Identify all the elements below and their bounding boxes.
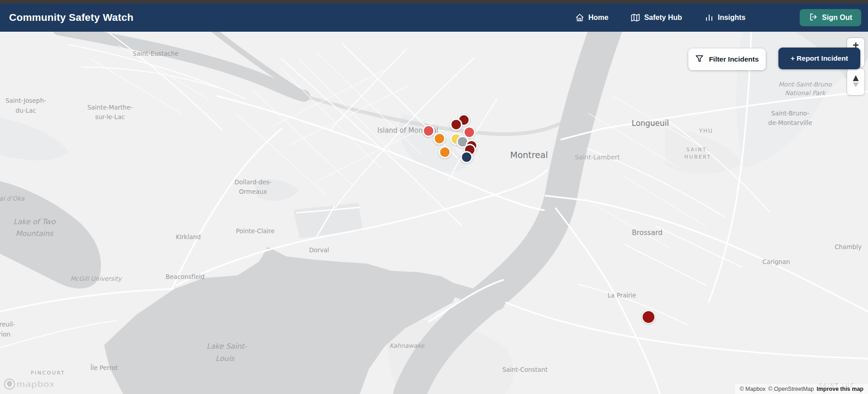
incident-marker[interactable] [423, 125, 435, 137]
map-attribution: © Mapbox © OpenStreetMap Improve this ma… [735, 384, 868, 394]
incident-marker[interactable] [439, 146, 451, 159]
filter-icon [695, 54, 704, 65]
map-compass-control[interactable] [847, 69, 864, 95]
incident-marker[interactable] [450, 119, 463, 131]
main-nav: Home Safety Hub Insights [575, 9, 861, 26]
filter-incidents-button[interactable]: Filter Incidents [688, 48, 766, 70]
attribution-improve-link[interactable]: Improve this map [817, 386, 864, 392]
attribution-osm-link[interactable]: © OpenStreetMap [768, 386, 814, 392]
incident-marker[interactable] [642, 310, 655, 324]
compass-icon [851, 74, 860, 90]
mapbox-wordmark: mapbox [16, 379, 53, 389]
bar-chart-icon [705, 13, 714, 22]
nav-item-home[interactable]: Home [575, 13, 608, 22]
mapbox-logo[interactable]: mapbox [4, 378, 53, 392]
report-button-label: + Report Incident [791, 54, 848, 62]
filter-button-label: Filter Incidents [709, 55, 758, 63]
nav-item-insights[interactable]: Insights [705, 13, 745, 22]
incident-marker[interactable] [434, 133, 446, 145]
incident-marker[interactable] [461, 151, 473, 163]
nav-label-safety-hub: Safety Hub [644, 14, 682, 22]
basemap-art [0, 32, 868, 394]
sign-out-button[interactable]: Sign Out [800, 9, 861, 26]
nav-label-home: Home [588, 14, 608, 22]
app-header: Community Safety Watch Home Safety Hub [0, 4, 868, 32]
report-incident-button[interactable]: + Report Incident [778, 48, 860, 69]
map-icon [631, 13, 640, 22]
sign-out-icon [809, 13, 817, 23]
sign-out-label: Sign Out [822, 14, 852, 22]
nav-item-safety-hub[interactable]: Safety Hub [631, 13, 682, 22]
map-canvas[interactable]: Saint-EustacheSaint-Joseph-du-LacSainte-… [0, 32, 868, 394]
nav-label-insights: Insights [718, 14, 745, 22]
top-strip [0, 0, 868, 4]
page-title: Community Safety Watch [9, 12, 134, 24]
home-icon [575, 13, 584, 22]
attribution-mapbox-link[interactable]: © Mapbox [739, 386, 765, 392]
